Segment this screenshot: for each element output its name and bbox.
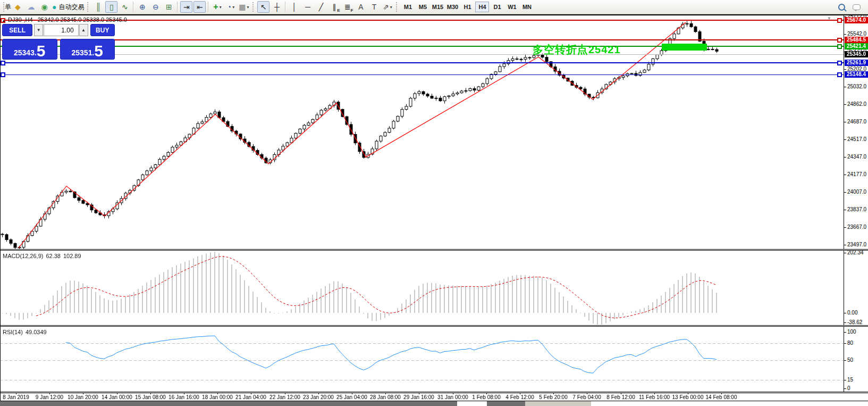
tf-m5-button[interactable]: M5: [416, 2, 429, 12]
indicators-list-dropdown-arrow[interactable]: ▾: [220, 5, 222, 10]
draw-fibonacci-button[interactable]: ≣F: [341, 1, 353, 13]
date-label: 14 Jan 00:00: [102, 394, 132, 400]
draw-channel-icon: ∥: [332, 3, 336, 11]
tf-m30-button[interactable]: M30: [445, 2, 459, 12]
volume-input[interactable]: 1.00: [44, 24, 78, 36]
pane-separator-rsi[interactable]: [0, 325, 868, 327]
line-handle[interactable]: [837, 72, 842, 77]
templates-dropdown-arrow[interactable]: ▾: [247, 5, 249, 10]
line-handle[interactable]: [1, 61, 5, 65]
draw-arrows-dropdown-arrow[interactable]: ▾: [390, 5, 392, 10]
chart-bar-mode-button[interactable]: ║: [92, 1, 104, 13]
draw-arrows-button[interactable]: ⇗▾: [381, 1, 393, 13]
toolbar-separator: [133, 2, 134, 12]
draw-trendline-button[interactable]: ╱: [315, 1, 327, 13]
tile-windows-button[interactable]: ⊞: [163, 1, 175, 13]
date-label: 8 Feb 12:00: [606, 394, 635, 400]
highlight-rectangle[interactable]: [662, 44, 707, 51]
market-watch-button[interactable]: ☁: [25, 1, 37, 13]
line-handle[interactable]: [837, 44, 842, 49]
tf-d1-button[interactable]: D1: [490, 2, 504, 12]
macd-pane[interactable]: [0, 252, 844, 325]
signals-icon: ◉: [41, 3, 47, 11]
bottom-strip-tab[interactable]: [525, 401, 591, 406]
bottom-strip-tab[interactable]: [457, 401, 487, 406]
price-tick-label: 23497.0: [847, 242, 866, 247]
chat-button[interactable]: [850, 1, 863, 13]
periods-icon: ◔: [227, 3, 231, 11]
zoom-out-button[interactable]: ⊖: [149, 1, 162, 13]
price-line-support[interactable]: [0, 62, 844, 63]
auto-trading-label: 自动交易: [58, 3, 84, 12]
tf-m15-button[interactable]: M15: [431, 2, 444, 12]
draw-channel-button[interactable]: ∥E: [328, 1, 340, 13]
chart-candle-mode-button[interactable]: ▯: [105, 1, 117, 13]
rsi-tick: [844, 343, 846, 344]
cursor-button[interactable]: ↖: [257, 1, 269, 13]
templates-button[interactable]: ▦▾: [238, 1, 250, 13]
price-tick: [844, 87, 846, 87]
auto-trading-button[interactable]: ●自动交易: [52, 1, 85, 13]
time-axis-line: [0, 392, 868, 393]
price-tick: [844, 157, 846, 158]
price-level-badge: 25148.4: [845, 71, 868, 78]
date-label: 28 Jan 08:00: [370, 394, 401, 400]
date-label: 10 Jan 20:00: [68, 394, 98, 400]
price-line-resistance[interactable]: [0, 39, 844, 40]
sell-button[interactable]: SELL: [2, 24, 32, 36]
line-handle[interactable]: [1, 72, 5, 77]
chart-line-mode-button[interactable]: ∿: [119, 1, 131, 13]
chart-symbol-period: DJ30-,H4: [8, 16, 32, 23]
bottom-strip: [0, 401, 868, 406]
price-level-badge: 25345.0: [845, 51, 868, 57]
history-center-button[interactable]: ◆: [12, 1, 24, 13]
periods-button[interactable]: ◔▾: [224, 1, 237, 13]
search-button[interactable]: [836, 1, 848, 13]
rsi-tick: [844, 380, 846, 380]
buy-price-button[interactable]: 25351.5: [60, 39, 115, 60]
draw-text-button[interactable]: A: [355, 1, 367, 13]
price-line-pivot[interactable]: [0, 46, 844, 47]
date-label: 29 Jan 16:00: [403, 394, 434, 400]
line-handle[interactable]: [837, 38, 842, 43]
bottom-strip-segment: [487, 401, 525, 406]
volume-decrease-button[interactable]: ▼: [34, 24, 43, 36]
main-price-chart[interactable]: [0, 15, 844, 250]
sell-price-button[interactable]: 25343.5: [2, 39, 57, 60]
tf-h4-button[interactable]: H4: [475, 2, 489, 12]
tf-w1-button[interactable]: W1: [505, 2, 519, 12]
date-label: 15 Jan 08:00: [135, 394, 166, 400]
tf-m1-button[interactable]: M1: [401, 2, 415, 12]
volume-increase-button[interactable]: ▲: [79, 24, 88, 36]
price-line-support[interactable]: [0, 74, 844, 75]
indicators-list-button[interactable]: +▾: [211, 1, 223, 13]
draw-text-label-button[interactable]: T: [368, 1, 380, 13]
bull-bear-pivot-annotation[interactable]: 多空转折点25421: [533, 43, 621, 57]
draw-horizontal-line-button[interactable]: ─: [301, 1, 314, 13]
chart-window-top-border: [0, 14, 868, 15]
periods-dropdown-arrow[interactable]: ▾: [232, 5, 234, 10]
auto-scroll-button[interactable]: ⇥: [180, 1, 192, 13]
rsi-pane[interactable]: [0, 327, 844, 392]
chart-shift-marker-icon[interactable]: ▼: [827, 16, 831, 21]
price-line-last-price[interactable]: [0, 54, 844, 55]
zoom-out-icon: ⊖: [153, 3, 159, 11]
buy-button[interactable]: BUY: [90, 24, 115, 36]
zoom-in-button[interactable]: ⊕: [136, 1, 148, 13]
chat-icon: [853, 4, 861, 10]
crosshair-button[interactable]: ┼: [271, 1, 283, 13]
date-label: 31 Jan 00:00: [437, 394, 468, 400]
tf-h1-button[interactable]: H1: [460, 2, 474, 12]
chart-bar-mode-icon: ║: [96, 3, 101, 11]
chart-active-marker: ▴: [3, 18, 5, 23]
signals-button[interactable]: ◉: [38, 1, 50, 13]
tf-mn-button[interactable]: MN: [520, 2, 534, 12]
pane-separator-macd[interactable]: [0, 249, 868, 251]
draw-channel-sub-letter: E: [337, 8, 340, 13]
line-handle[interactable]: [837, 61, 842, 65]
draw-vertical-line-button[interactable]: │: [288, 1, 300, 13]
new-order-button[interactable]: 单: [5, 3, 11, 12]
search-icon: [838, 4, 845, 11]
chart-shift-button[interactable]: ⇤: [193, 1, 206, 13]
line-handle[interactable]: [837, 18, 842, 23]
